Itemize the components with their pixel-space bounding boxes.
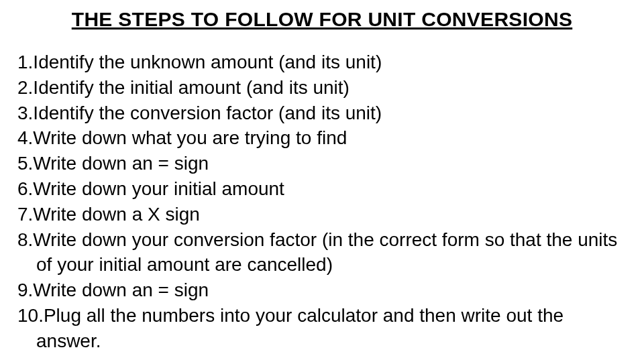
step-text: Identify the initial amount (and its uni…	[33, 77, 350, 98]
step-text: Write down an = sign	[33, 280, 209, 300]
list-item: 10.Plug all the numbers into your calcul…	[36, 303, 631, 354]
step-text: Write down your conversion factor (in th…	[33, 229, 617, 276]
list-item: 9.Write down an = sign	[36, 278, 631, 303]
list-item: 1.Identify the unknown amount (and its u…	[36, 50, 631, 75]
list-item: 8.Write down your conversion factor (in …	[36, 227, 631, 278]
list-item: 7.Write down a X sign	[36, 202, 631, 227]
step-text: Write down a X sign	[33, 204, 200, 225]
step-number: 1.	[17, 52, 33, 72]
list-item: 4.Write down what you are trying to find	[36, 125, 631, 151]
step-text: Write down an = sign	[33, 153, 209, 174]
step-number: 10.	[17, 305, 44, 326]
list-item: 3.Identify the conversion factor (and it…	[36, 101, 631, 126]
list-item: 6.Write down your initial amount	[36, 176, 631, 202]
steps-list: 1.Identify the unknown amount (and its u…	[13, 50, 631, 354]
page-title: THE STEPS TO FOLLOW FOR UNIT CONVERSIONS	[13, 8, 631, 31]
step-number: 5.	[17, 153, 33, 174]
step-text: Write down your initial amount	[33, 178, 284, 199]
step-text: Identify the conversion factor (and its …	[33, 103, 382, 123]
step-number: 3.	[17, 103, 33, 123]
step-number: 4.	[17, 127, 33, 148]
step-text: Plug all the numbers into your calculato…	[36, 305, 564, 351]
step-text: Write down what you are trying to find	[33, 127, 347, 148]
step-number: 8.	[17, 229, 33, 250]
step-number: 2.	[17, 77, 33, 98]
step-number: 7.	[17, 204, 33, 225]
list-item: 2.Identify the initial amount (and its u…	[36, 75, 631, 101]
step-number: 6.	[17, 178, 33, 199]
step-text: Identify the unknown amount (and its uni…	[33, 52, 382, 72]
list-item: 5.Write down an = sign	[36, 151, 631, 176]
step-number: 9.	[17, 280, 33, 300]
